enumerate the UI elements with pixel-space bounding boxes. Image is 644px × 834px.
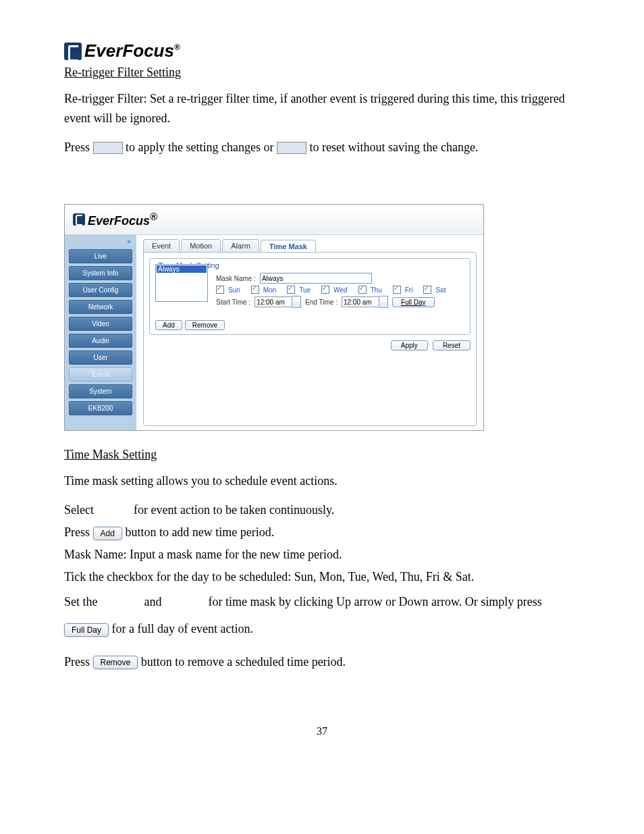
inline-fullday-button: Full Day — [64, 623, 109, 637]
start-time-label: Start Time : — [216, 298, 250, 306]
sidebar: « Live System Info User Config Network V… — [65, 235, 136, 430]
sidebar-item-video[interactable]: Video — [69, 317, 132, 331]
mask-name-input[interactable] — [260, 273, 372, 284]
shot-logo-text: EverFocus® — [88, 211, 157, 228]
apply-button[interactable]: Apply — [391, 340, 428, 350]
add-button[interactable]: Add — [155, 320, 182, 330]
label-sun: Sun — [228, 286, 240, 294]
timemask-intro: Time mask setting allows you to schedule… — [64, 471, 580, 491]
mask-name-instruction: Mask Name: Input a mask name for the new… — [64, 545, 580, 565]
checkbox-sat[interactable] — [423, 286, 431, 294]
main-pane: Event Motion Alarm Time Mask Time Mask S… — [136, 235, 483, 430]
checkbox-sun[interactable] — [216, 286, 224, 294]
tab-alarm[interactable]: Alarm — [222, 239, 259, 252]
sidebar-item-system[interactable]: System — [69, 384, 132, 398]
sidebar-item-live[interactable]: Live — [69, 249, 132, 263]
end-time-label: End Time : — [305, 298, 338, 306]
mask-name-label: Mask Name : — [216, 275, 256, 282]
mask-list-option-always[interactable]: Always — [157, 265, 207, 273]
press-remove-line: Press Remove button to remove a schedule… — [64, 652, 580, 672]
reset-button-placeholder — [277, 142, 306, 154]
start-time-input[interactable] — [254, 296, 292, 307]
sidebar-item-audio[interactable]: Audio — [69, 334, 132, 348]
logo-text: EverFocus® — [84, 41, 180, 61]
select-always-line: Select for event action to be taken cont… — [64, 500, 580, 520]
inline-remove-button: Remove — [93, 656, 138, 669]
sidebar-item-ekb200[interactable]: EKB200 — [69, 401, 132, 415]
tab-motion[interactable]: Motion — [181, 239, 221, 252]
set-time-instruction: Set the and for time mask by clicking Up… — [64, 589, 580, 642]
tab-time-mask[interactable]: Time Mask — [261, 240, 316, 253]
sidebar-item-system-info[interactable]: System Info — [69, 266, 132, 280]
spinner-arrows-icon[interactable] — [379, 296, 388, 308]
tab-bar: Event Motion Alarm Time Mask — [143, 239, 477, 252]
label-thu: Thu — [371, 286, 382, 294]
reset-button[interactable]: Reset — [433, 340, 471, 350]
checkbox-tue[interactable] — [287, 286, 295, 294]
sidebar-item-event[interactable]: Event — [69, 367, 132, 382]
spinner-arrows-icon[interactable] — [292, 296, 301, 308]
sidebar-item-user-config[interactable]: User Config — [69, 283, 132, 297]
tab-event[interactable]: Event — [143, 239, 180, 252]
tab-panel: Time Mask Setting Always Mask Name : Sun… — [143, 252, 477, 426]
screenshot-header: EverFocus® — [65, 205, 483, 235]
text-reset-end: to reset without saving the change. — [309, 140, 478, 154]
checkbox-wed[interactable] — [321, 286, 329, 294]
start-time-spinner[interactable] — [254, 296, 301, 308]
end-time-spinner[interactable] — [342, 296, 388, 308]
sidebar-collapse-icon[interactable]: « — [69, 238, 132, 246]
sidebar-item-user[interactable]: User — [69, 350, 132, 365]
time-mask-screenshot: EverFocus® « Live System Info User Confi… — [64, 204, 484, 431]
sidebar-item-network[interactable]: Network — [69, 300, 132, 314]
logo-trademark: ® — [174, 43, 180, 52]
checkbox-fri[interactable] — [393, 286, 401, 294]
end-time-input[interactable] — [342, 296, 379, 307]
full-day-button[interactable]: Full Day — [392, 297, 435, 307]
press-add-line: Press Add button to add new time period. — [64, 523, 580, 542]
label-fri: Fri — [405, 286, 413, 294]
label-sat: Sat — [435, 286, 446, 294]
apply-reset-instruction: Press to apply the setting changes or to… — [64, 138, 580, 157]
brand-logo: EverFocus® — [64, 41, 580, 61]
shot-logo-icon — [73, 213, 85, 226]
label-wed: Wed — [333, 286, 347, 294]
mask-list[interactable]: Always — [155, 264, 208, 302]
logo-word: EverFocus — [84, 41, 174, 61]
apply-button-placeholder — [93, 142, 123, 154]
time-mask-fieldset: Time Mask Setting Always Mask Name : Sun… — [149, 258, 471, 335]
tick-days-instruction: Tick the checkbox for the day to be sche… — [64, 567, 580, 587]
remove-button[interactable]: Remove — [185, 320, 225, 330]
text-press: Press — [64, 140, 93, 154]
inline-add-button: Add — [93, 527, 122, 540]
section-timemask-title: Time Mask Setting — [64, 448, 580, 462]
checkbox-mon[interactable] — [251, 286, 259, 294]
section-retrigger-title: Re-trigger Filter Setting — [64, 66, 580, 80]
retrigger-description: Re-trigger Filter: Set a re-trigger filt… — [64, 89, 580, 128]
label-tue: Tue — [299, 286, 311, 294]
label-mon: Mon — [263, 286, 276, 294]
page-number: 37 — [64, 725, 580, 737]
day-checkbox-row: Sun Mon Tue Wed Thu Fri Sat — [216, 286, 464, 294]
logo-icon — [64, 43, 82, 60]
checkbox-thu[interactable] — [358, 286, 367, 294]
text-apply-or: to apply the setting changes or — [126, 140, 277, 154]
